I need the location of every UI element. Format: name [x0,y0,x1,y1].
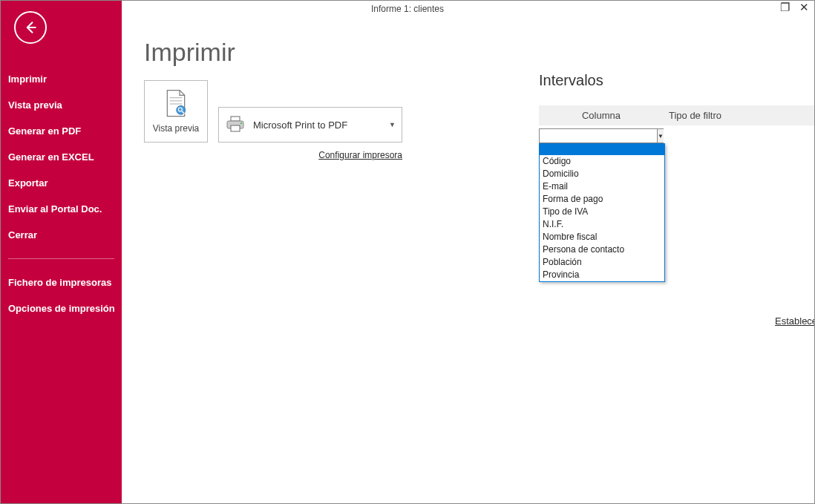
columna-input[interactable] [540,129,657,143]
header-tipo-filtro: Tipo de filtro [664,105,727,125]
svg-point-9 [240,122,242,124]
intervals-title: Intervalos [539,72,815,89]
intervals-panel: Intervalos Columna Tipo de filtro Filtro… [539,72,815,143]
configure-printer-link[interactable]: Configurar impresora [218,150,402,160]
dropdown-item[interactable]: Tipo de IVA [540,206,664,218]
sidebar-item-imprimir[interactable]: Imprimir [1,66,122,92]
set-default-link[interactable]: Establecer como predeterminados [775,315,815,327]
dropdown-item[interactable]: Nombre fiscal [540,231,664,243]
sidebar-item-generar-excel[interactable]: Generar en EXCEL [1,144,122,170]
chevron-down-icon: ▼ [389,121,396,128]
sidebar-item-vista-previa[interactable]: Vista previa [1,92,122,118]
printer-icon [225,115,246,134]
sidebar-item-enviar-portal[interactable]: Enviar al Portal Doc. [1,196,122,222]
dropdown-item[interactable]: Provincia [540,269,664,281]
columna-combobox[interactable]: ▼ Código Domicilio E-mail Forma de pago … [539,128,664,143]
dropdown-item[interactable]: N.I.F. [540,218,664,231]
header-columna: Columna [539,105,664,125]
vista-previa-label: Vista previa [153,123,199,134]
sidebar-separator [8,258,114,259]
columna-dropdown: Código Domicilio E-mail Forma de pago Ti… [539,143,665,282]
combo-dropdown-button[interactable]: ▼ [657,129,664,143]
dropdown-item-selected-blank[interactable] [540,144,664,155]
intervals-grid-header: Columna Tipo de filtro Filtro [539,105,815,125]
dropdown-item[interactable]: Población [540,256,664,269]
sidebar-item-opciones-impresion[interactable]: Opciones de impresión [1,295,122,321]
sidebar-item-generar-pdf[interactable]: Generar en PDF [1,118,122,144]
sidebar: Imprimir Vista previa Generar en PDF Gen… [1,1,122,503]
sidebar-item-fichero-impresoras[interactable]: Fichero de impresoras [1,269,122,295]
printer-select[interactable]: Microsoft Print to PDF ▼ [218,107,402,143]
dropdown-item[interactable]: Persona de contacto [540,243,664,256]
sidebar-item-cerrar[interactable]: Cerrar [1,222,122,248]
close-button[interactable]: ✕ [798,2,810,14]
dropdown-item[interactable]: Domicilio [540,168,664,180]
header-filtro: Filtro [727,105,815,125]
svg-rect-6 [231,117,240,121]
sidebar-item-exportar[interactable]: Exportar [1,170,122,196]
svg-rect-8 [231,125,240,131]
printer-name: Microsoft Print to PDF [253,120,347,131]
maximize-button[interactable]: ❐ [779,2,791,14]
chevron-down-icon: ▼ [658,133,664,140]
arrow-left-icon [23,20,38,35]
dropdown-item[interactable]: E-mail [540,180,664,193]
back-button[interactable] [14,11,47,44]
dropdown-item[interactable]: Forma de pago [540,193,664,206]
dropdown-item[interactable]: Código [540,155,664,168]
vista-previa-button[interactable]: Vista previa [144,80,208,143]
page-title: Imprimir [144,38,792,67]
content-area: Imprimir Vista previa [122,1,814,503]
document-preview-icon [163,89,189,119]
